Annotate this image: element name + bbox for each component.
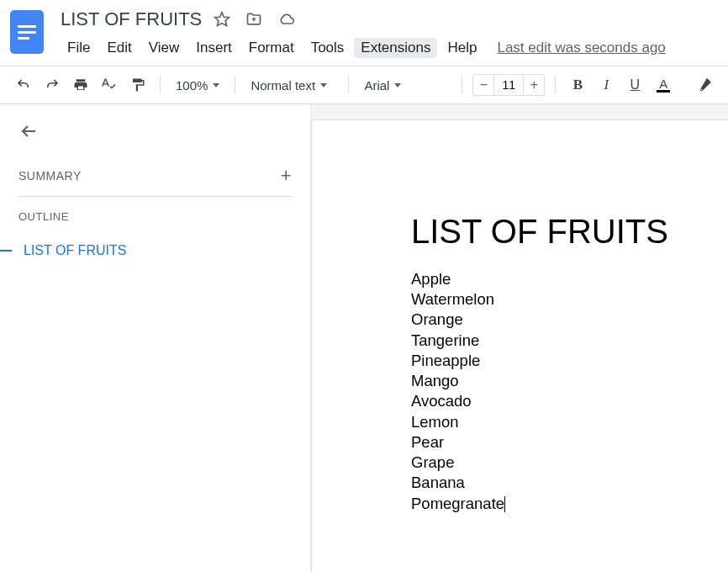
menu-insert[interactable]: Insert	[189, 38, 239, 58]
paragraph-style-dropdown[interactable]: Normal text	[245, 73, 338, 97]
zoom-value: 100%	[176, 78, 208, 93]
menu-edit[interactable]: Edit	[100, 38, 138, 58]
toolbar-separator	[160, 76, 161, 94]
menu-tools[interactable]: Tools	[304, 38, 351, 58]
docs-logo-icon[interactable]	[10, 10, 44, 54]
document-line[interactable]: Banana	[411, 473, 728, 493]
text-color-label: A	[659, 78, 667, 89]
highlight-color-button[interactable]	[693, 73, 716, 97]
toolbar: 100% Normal text Arial − + B I U A	[0, 66, 728, 104]
print-icon[interactable]	[69, 73, 92, 97]
document-line[interactable]: Apple	[411, 269, 728, 289]
toolbar-separator	[348, 76, 349, 94]
document-line[interactable]: Watermelon	[411, 289, 728, 310]
undo-icon[interactable]	[12, 73, 35, 97]
menu-view[interactable]: View	[142, 38, 187, 58]
close-outline-icon[interactable]	[18, 121, 39, 144]
document-line[interactable]: Pineapple	[411, 351, 728, 371]
menu-help[interactable]: Help	[440, 38, 483, 58]
menu-file[interactable]: File	[61, 38, 97, 58]
text-color-swatch	[657, 90, 670, 93]
toolbar-separator	[555, 76, 556, 94]
paint-format-icon[interactable]	[126, 73, 150, 97]
outline-label: OUTLINE	[18, 210, 292, 223]
document-body[interactable]: AppleWatermelonOrangeTangerinePineappleM…	[411, 269, 728, 514]
main: SUMMARY + OUTLINE LIST OF FRUITS LIST OF…	[0, 104, 728, 572]
document-line[interactable]: Orange	[411, 310, 728, 330]
font-size-input[interactable]	[493, 75, 524, 95]
outline-item[interactable]: LIST OF FRUITS	[0, 243, 292, 258]
sidebar-divider	[18, 196, 292, 197]
font-size-stepper: − +	[472, 74, 545, 96]
text-color-button[interactable]: A	[652, 73, 675, 97]
increase-font-size-button[interactable]: +	[524, 75, 544, 95]
redo-icon[interactable]	[40, 73, 64, 97]
star-icon[interactable]	[214, 11, 230, 28]
outline-item-label: LIST OF FRUITS	[24, 243, 126, 258]
document-line[interactable]: Mango	[411, 371, 728, 391]
header: LIST OF FRUITS File Edit View Insert For…	[0, 0, 728, 59]
chevron-down-icon	[320, 83, 327, 87]
add-summary-button[interactable]: +	[281, 170, 292, 182]
bold-button[interactable]: B	[566, 73, 589, 97]
toolbar-separator	[235, 76, 235, 94]
svg-marker-0	[215, 13, 229, 26]
menu-bar: File Edit View Insert Format Tools Exten…	[61, 37, 718, 59]
underline-button[interactable]: U	[623, 73, 646, 97]
move-to-folder-icon[interactable]	[245, 11, 262, 28]
document-line[interactable]: Pear	[411, 432, 728, 453]
font-family-dropdown[interactable]: Arial	[359, 73, 451, 97]
document-title[interactable]: LIST OF FRUITS	[61, 8, 202, 30]
menu-extensions[interactable]: Extensions	[354, 38, 437, 58]
font-family-value: Arial	[364, 78, 389, 93]
document-line[interactable]: Avocado	[411, 391, 728, 411]
summary-label: SUMMARY	[18, 169, 82, 183]
menu-format[interactable]: Format	[242, 38, 301, 58]
cloud-status-icon[interactable]	[277, 11, 296, 28]
document-heading[interactable]: LIST OF FRUITS	[411, 213, 728, 251]
toolbar-separator	[462, 76, 462, 94]
chevron-down-icon	[394, 83, 401, 87]
document-line[interactable]: Grape	[411, 453, 728, 473]
chevron-down-icon	[213, 83, 219, 87]
document-line[interactable]: Lemon	[411, 412, 728, 432]
last-edit-link[interactable]: Last edit was seconds ago	[497, 40, 665, 56]
spellcheck-icon[interactable]	[98, 73, 121, 97]
italic-button[interactable]: I	[594, 73, 618, 97]
document-line[interactable]: Pomegranate	[411, 494, 728, 514]
decrease-font-size-button[interactable]: −	[473, 75, 493, 95]
text-cursor	[504, 496, 505, 512]
document-page[interactable]: LIST OF FRUITS AppleWatermelonOrangeTang…	[311, 119, 728, 572]
paragraph-style-value: Normal text	[251, 78, 315, 93]
outline-sidebar: SUMMARY + OUTLINE LIST OF FRUITS	[0, 104, 311, 572]
canvas-area[interactable]: LIST OF FRUITS AppleWatermelonOrangeTang…	[311, 104, 728, 572]
outline-active-marker	[0, 250, 12, 251]
document-line[interactable]: Tangerine	[411, 331, 728, 351]
zoom-dropdown[interactable]: 100%	[171, 73, 224, 97]
